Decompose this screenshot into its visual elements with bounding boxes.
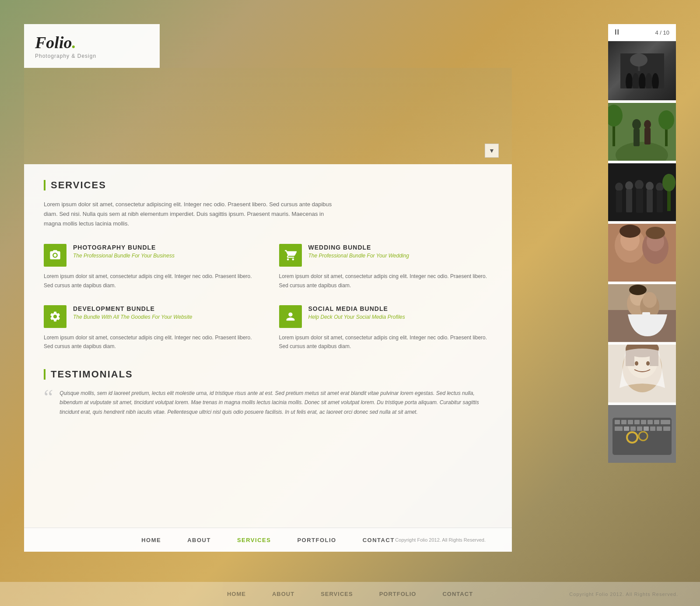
service-wedding-icon — [279, 244, 302, 267]
logo-tagline: Photography & Design — [35, 53, 149, 59]
main-content: SERVICES Lorem ipsum dolor sit amet, con… — [24, 164, 512, 528]
gallery-counter: 4 / 10 — [655, 29, 669, 36]
service-photography-subtitle: The Professional Bundle For Your Busines… — [73, 252, 175, 260]
thumb-4-image — [608, 223, 676, 282]
service-wedding-desc: Lorem ipsum dolor sit amet, consectetur … — [279, 272, 493, 290]
gallery-thumb-2[interactable] — [608, 102, 676, 161]
quote-mark-icon: “ — [44, 387, 53, 417]
testimonial-quote: “ Quisque mollis, sem id laoreet pretium… — [44, 389, 492, 417]
nav-contact[interactable]: CONTACT — [363, 537, 395, 543]
ghost-copyright: Copyright Folio 2012. All Rights Reserve… — [569, 592, 678, 597]
testimonials-section-header: TESTIMONIALS — [44, 369, 492, 380]
gallery-thumb-5[interactable] — [608, 283, 676, 342]
service-social-icon — [279, 305, 302, 328]
service-social-subtitle: Help Deck Out Your Social Media Profiles — [308, 314, 405, 321]
thumb-5-image — [608, 284, 676, 342]
thumb-6-image — [608, 344, 676, 403]
nav-about[interactable]: ABOUT — [187, 537, 211, 543]
cart-icon — [284, 249, 297, 261]
testimonials-heading: TESTIMONIALS — [51, 369, 133, 380]
service-social-title: SOCIAL MEDIA BUNDLE — [308, 305, 405, 312]
service-wedding-title: WEDDING BUNDLE — [308, 244, 409, 251]
thumb-3-inner — [608, 163, 676, 221]
service-social-header: SOCIAL MEDIA BUNDLE Help Deck Out Your S… — [279, 305, 493, 328]
sidebar-gallery: II 4 / 10 — [608, 24, 676, 463]
svg-rect-13 — [644, 128, 651, 144]
svg-point-42 — [629, 285, 647, 295]
svg-rect-60 — [641, 420, 646, 424]
nav-portfolio[interactable]: PORTFOLIO — [297, 537, 336, 543]
site-footer: HOME ABOUT SERVICES PORTFOLIO CONTACT Co… — [24, 528, 512, 552]
svg-rect-68 — [644, 426, 649, 431]
testimonial-text: Quisque mollis, sem id laoreet pretium, … — [60, 389, 492, 417]
thumb-6-inner — [608, 345, 676, 402]
thumb-5-inner — [608, 284, 676, 342]
svg-rect-22 — [626, 189, 632, 212]
logo-dot: . — [72, 33, 76, 52]
svg-point-36 — [620, 225, 640, 238]
nav-services[interactable]: SERVICES — [237, 537, 271, 543]
ghost-nav-contact: CONTACT — [442, 591, 473, 597]
svg-point-17 — [658, 110, 674, 130]
svg-rect-63 — [661, 420, 670, 424]
svg-point-52 — [635, 361, 638, 366]
svg-rect-69 — [650, 426, 655, 431]
thumb-7-image — [608, 405, 676, 463]
person-icon — [284, 310, 297, 323]
service-social-desc: Lorem ipsum dolor sit amet, consectetur … — [279, 333, 493, 351]
svg-point-37 — [646, 227, 665, 239]
site-header: Folio. Photography & Design — [24, 24, 160, 68]
service-development: DEVELOPMENT BUNDLE The Bundle With All T… — [44, 305, 257, 351]
svg-rect-65 — [624, 426, 629, 431]
service-development-header: DEVELOPMENT BUNDLE The Bundle With All T… — [44, 305, 257, 328]
svg-rect-61 — [648, 420, 653, 424]
ghost-nav-services: SERVICES — [321, 591, 353, 597]
svg-point-23 — [635, 180, 644, 190]
gear-icon — [49, 310, 61, 323]
logo: Folio. — [35, 33, 149, 52]
service-wedding-header: WEDDING BUNDLE The Professional Bundle F… — [279, 244, 493, 267]
services-intro: Lorem ipsum dolor sit amet, consectetur … — [44, 200, 341, 229]
service-development-icon — [44, 305, 66, 328]
scroll-down-button[interactable]: ▼ — [485, 144, 499, 158]
testimonials-bar — [44, 369, 46, 380]
gallery-thumb-7[interactable] — [608, 404, 676, 463]
svg-rect-20 — [616, 190, 622, 212]
gallery-thumb-1[interactable] — [608, 41, 676, 100]
thumb-1-image — [620, 53, 664, 88]
svg-rect-64 — [615, 426, 623, 431]
svg-rect-56 — [615, 420, 620, 424]
camera-icon — [49, 249, 61, 261]
nav-home[interactable]: HOME — [141, 537, 161, 543]
svg-rect-57 — [621, 420, 626, 424]
ghost-footer: HOME ABOUT SERVICES PORTFOLIO CONTACT Co… — [0, 582, 700, 606]
thumb-3-image — [608, 163, 676, 222]
gallery-thumb-4[interactable] — [608, 222, 676, 282]
service-development-title: DEVELOPMENT BUNDLE — [73, 305, 192, 312]
thumb-2-image — [608, 102, 676, 161]
gallery-pause-button[interactable]: II — [615, 28, 620, 36]
service-photography-icon — [44, 244, 66, 267]
ghost-nav-portfolio: PORTFOLIO — [379, 591, 416, 597]
services-heading: SERVICES — [51, 180, 106, 191]
gallery-thumb-6[interactable] — [608, 343, 676, 402]
gallery-header: II 4 / 10 — [608, 24, 676, 41]
svg-point-10 — [632, 119, 641, 130]
footer-copyright: Copyright Folio 2012. All Rights Reserve… — [395, 537, 486, 543]
gallery-thumb-3[interactable] — [608, 162, 676, 221]
svg-rect-67 — [637, 426, 642, 431]
services-grid: PHOTOGRAPHY BUNDLE The Professional Bund… — [44, 244, 492, 351]
service-development-subtitle: The Bundle With All The Goodies For Your… — [73, 314, 192, 321]
svg-point-25 — [646, 182, 654, 190]
service-photography-text: PHOTOGRAPHY BUNDLE The Professional Bund… — [73, 244, 175, 260]
site-container: Folio. Photography & Design ▼ SERVICES L… — [24, 24, 512, 571]
service-social-text: SOCIAL MEDIA BUNDLE Help Deck Out Your S… — [308, 305, 405, 321]
svg-rect-26 — [647, 190, 653, 212]
svg-rect-62 — [654, 420, 659, 424]
hero-area: ▼ — [24, 68, 512, 164]
ghost-nav-home: HOME — [227, 591, 246, 597]
service-social: SOCIAL MEDIA BUNDLE Help Deck Out Your S… — [279, 305, 493, 351]
service-development-text: DEVELOPMENT BUNDLE The Bundle With All T… — [73, 305, 192, 321]
testimonials-section: TESTIMONIALS “ Quisque mollis, sem id la… — [44, 369, 492, 417]
thumb-7-inner — [608, 405, 676, 463]
